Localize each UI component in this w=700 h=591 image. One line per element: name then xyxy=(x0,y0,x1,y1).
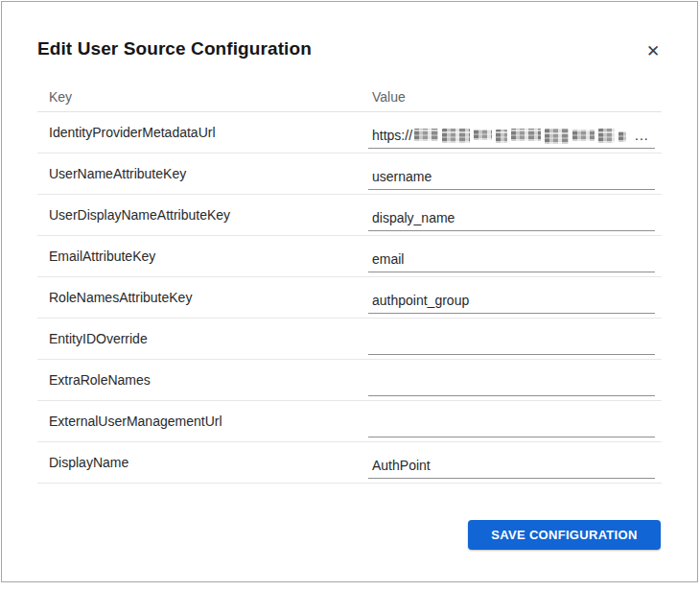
column-header-key: Key xyxy=(37,89,368,105)
redaction-pixel-block xyxy=(414,129,438,141)
key-label: ExtraRoleNames xyxy=(37,360,368,400)
close-icon[interactable]: ✕ xyxy=(641,38,665,63)
edit-user-source-dialog: Edit User Source Configuration ✕ Key Val… xyxy=(1,1,698,582)
value-input[interactable] xyxy=(368,166,655,190)
value-input-redacted-url[interactable]: https:// ... xyxy=(368,125,655,149)
table-row: ExternalUserManagementUrl xyxy=(37,401,662,442)
key-label: ExternalUserManagementUrl xyxy=(37,401,368,441)
table-row: EntityIDOverride xyxy=(37,319,662,360)
redaction-pixel-block xyxy=(618,131,626,142)
redaction-pixel-block xyxy=(598,129,615,143)
table-row: EmailAttributeKey xyxy=(37,236,662,277)
key-label: DisplayName xyxy=(37,442,368,483)
table-header-row: Key Value xyxy=(37,83,662,112)
table-row: UserDisplayNameAttributeKey xyxy=(37,195,662,236)
value-input[interactable] xyxy=(368,372,655,396)
value-input[interactable] xyxy=(368,290,655,314)
value-input[interactable] xyxy=(368,414,655,437)
redaction-pixel-block xyxy=(496,130,507,143)
value-input[interactable] xyxy=(368,248,655,272)
key-label: IdentityProviderMetadataUrl xyxy=(37,112,368,153)
key-label: EmailAttributeKey xyxy=(37,236,368,276)
screenshot-stage: Edit User Source Configuration ✕ Key Val… xyxy=(0,0,700,591)
table-row: IdentityProviderMetadataUrl https:// .. xyxy=(37,112,662,154)
url-prefix: https:// xyxy=(372,128,412,143)
table-row: RoleNamesAttributeKey xyxy=(37,277,662,319)
redaction-pixel-block xyxy=(545,129,569,144)
config-table: Key Value IdentityProviderMetadataUrl ht… xyxy=(37,83,662,484)
redaction-pixel-block xyxy=(474,130,492,140)
value-input[interactable] xyxy=(368,331,655,355)
table-row: DisplayName xyxy=(37,442,662,484)
key-label: EntityIDOverride xyxy=(37,319,368,359)
value-input[interactable] xyxy=(368,207,655,231)
redaction-pixel-block xyxy=(511,129,541,141)
url-ellipsis: ... xyxy=(635,128,649,143)
redaction-pixel-block xyxy=(442,129,470,143)
dialog-title: Edit User Source Configuration xyxy=(37,38,312,59)
key-label: UserNameAttributeKey xyxy=(37,154,368,194)
table-row: UserNameAttributeKey xyxy=(37,154,662,195)
table-row: ExtraRoleNames xyxy=(37,360,662,401)
redaction-pixel-block xyxy=(572,130,595,141)
key-label: RoleNamesAttributeKey xyxy=(37,277,368,318)
value-input[interactable] xyxy=(368,455,655,479)
column-header-value: Value xyxy=(368,89,662,105)
key-label: UserDisplayNameAttributeKey xyxy=(37,195,368,235)
save-configuration-button[interactable]: SAVE CONFIGURATION xyxy=(468,520,661,550)
